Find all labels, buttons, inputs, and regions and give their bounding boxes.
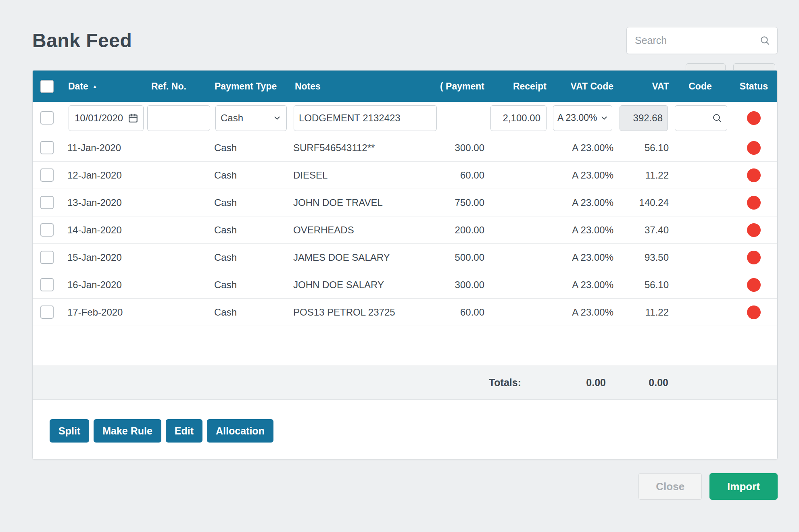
table-body: 11-Jan-2020 Cash SURF546543112** 300.00 …	[33, 134, 777, 326]
table-row: 14-Jan-2020 Cash OVERHEADS 200.00 A 23.0…	[33, 216, 777, 244]
code-lookup-input[interactable]	[675, 105, 727, 131]
row-payment: 60.00	[437, 170, 484, 181]
column-header-receipt[interactable]: Receipt	[484, 81, 549, 92]
row-checkbox[interactable]	[40, 168, 54, 182]
row-vat: 56.10	[613, 142, 670, 154]
row-payment: 60.00	[437, 307, 484, 318]
status-indicator	[747, 251, 761, 264]
table-empty-space	[33, 326, 777, 366]
row-notes: JOHN DOE SALARY	[287, 279, 437, 291]
table-header: Date ▲ Ref. No. Payment Type Notes ( Pay…	[33, 71, 777, 102]
date-input[interactable]: 10/01/2020	[69, 105, 144, 131]
row-vat: 11.22	[613, 307, 670, 318]
row-payment-type: Cash	[210, 252, 287, 263]
row-vat-code: A 23.00%	[549, 142, 613, 154]
table-row: 11-Jan-2020 Cash SURF546543112** 300.00 …	[33, 134, 777, 162]
vat-code-select[interactable]: A 23.00%	[553, 105, 612, 131]
row-payment-type: Cash	[210, 279, 287, 291]
column-header-payment[interactable]: ( Payment	[437, 81, 484, 92]
column-header-status[interactable]: Status	[730, 81, 777, 92]
notes-input[interactable]	[294, 105, 437, 131]
row-payment: 300.00	[437, 142, 484, 154]
status-indicator	[747, 168, 761, 182]
split-button[interactable]: Split	[50, 419, 89, 443]
row-payment-type: Cash	[210, 170, 287, 181]
totals-label: Totals:	[33, 377, 521, 389]
vat-amount-field: 392.68	[620, 105, 668, 131]
cutoff-button-left[interactable]	[686, 63, 726, 71]
status-indicator	[747, 223, 761, 237]
row-vat-code: A 23.00%	[549, 224, 613, 236]
row-vat-code: A 23.00%	[549, 197, 613, 208]
row-date: 13-Jan-2020	[61, 197, 144, 208]
row-checkbox[interactable]	[40, 305, 54, 319]
edit-button[interactable]: Edit	[166, 419, 202, 443]
search-box[interactable]	[626, 27, 778, 54]
chevron-down-icon	[273, 114, 282, 123]
search-icon[interactable]	[759, 35, 770, 46]
footer-buttons: Close Import	[32, 473, 778, 500]
table-row: 17-Feb-2020 Cash POS13 PETROL 23725 60.0…	[33, 299, 777, 326]
row-vat-code: A 23.00%	[549, 279, 613, 291]
payment-type-select[interactable]: Cash	[215, 105, 287, 131]
column-header-date[interactable]: Date ▲	[61, 81, 144, 92]
column-header-vat[interactable]: VAT	[613, 81, 670, 92]
row-date: 15-Jan-2020	[61, 252, 144, 263]
row-date: 12-Jan-2020	[61, 170, 144, 181]
row-checkbox[interactable]	[40, 196, 54, 209]
row-checkbox[interactable]	[40, 278, 54, 291]
calendar-icon[interactable]	[128, 113, 138, 123]
column-header-code[interactable]: Code	[670, 81, 730, 92]
allocation-button[interactable]: Allocation	[207, 419, 273, 443]
sort-asc-icon: ▲	[92, 84, 98, 89]
row-vat-code: A 23.00%	[549, 170, 613, 181]
row-notes: SURF546543112**	[287, 142, 437, 154]
status-indicator	[747, 141, 761, 155]
row-payment: 750.00	[437, 197, 484, 208]
column-header-notes[interactable]: Notes	[287, 81, 437, 92]
code-search-icon[interactable]	[712, 113, 722, 123]
date-header-label: Date	[68, 81, 88, 92]
select-all-checkbox[interactable]	[40, 80, 54, 93]
close-button[interactable]: Close	[638, 473, 702, 500]
date-value: 10/01/2020	[75, 112, 123, 124]
receipt-input[interactable]	[490, 105, 547, 131]
totals-receipt: 0.00	[521, 377, 606, 389]
table-row: 13-Jan-2020 Cash JOHN DOE TRAVEL 750.00 …	[33, 189, 777, 216]
edit-row: 10/01/2020 Cash A 23.0	[33, 102, 777, 134]
row-notes: DIESEL	[287, 170, 437, 181]
row-payment: 500.00	[437, 252, 484, 263]
column-header-ref-no[interactable]: Ref. No.	[144, 81, 210, 92]
vat-amount-value: 392.68	[633, 112, 663, 124]
status-indicator	[747, 111, 761, 125]
row-payment-type: Cash	[210, 197, 287, 208]
row-payment-type: Cash	[210, 224, 287, 236]
status-indicator	[747, 305, 761, 319]
status-indicator	[747, 196, 761, 210]
row-date: 11-Jan-2020	[61, 142, 144, 154]
make-rule-button[interactable]: Make Rule	[94, 419, 161, 443]
chevron-down-icon	[600, 114, 609, 123]
status-indicator	[747, 278, 761, 292]
top-bar: Bank Feed	[32, 26, 778, 55]
row-date: 17-Feb-2020	[61, 307, 144, 318]
vat-code-value: A 23.00%	[557, 112, 597, 123]
bank-feed-panel: Date ▲ Ref. No. Payment Type Notes ( Pay…	[32, 70, 778, 459]
totals-row: Totals: 0.00 0.00	[33, 366, 777, 400]
row-notes: POS13 PETROL 23725	[287, 307, 437, 318]
import-button[interactable]: Import	[709, 473, 778, 500]
column-header-payment-type[interactable]: Payment Type	[210, 81, 287, 92]
row-notes: OVERHEADS	[287, 224, 437, 236]
row-checkbox[interactable]	[40, 251, 54, 264]
column-header-vat-code[interactable]: VAT Code	[549, 81, 613, 92]
row-date: 14-Jan-2020	[61, 224, 144, 236]
cutoff-button-right[interactable]	[733, 63, 775, 71]
ref-no-input[interactable]	[147, 105, 210, 131]
row-checkbox[interactable]	[40, 141, 54, 154]
row-notes: JAMES DOE SALARY	[287, 252, 437, 263]
row-vat: 140.24	[613, 197, 670, 208]
row-payment-type: Cash	[210, 307, 287, 318]
row-checkbox[interactable]	[40, 223, 54, 237]
edit-row-checkbox[interactable]	[40, 111, 54, 125]
table-row: 15-Jan-2020 Cash JAMES DOE SALARY 500.00…	[33, 244, 777, 271]
